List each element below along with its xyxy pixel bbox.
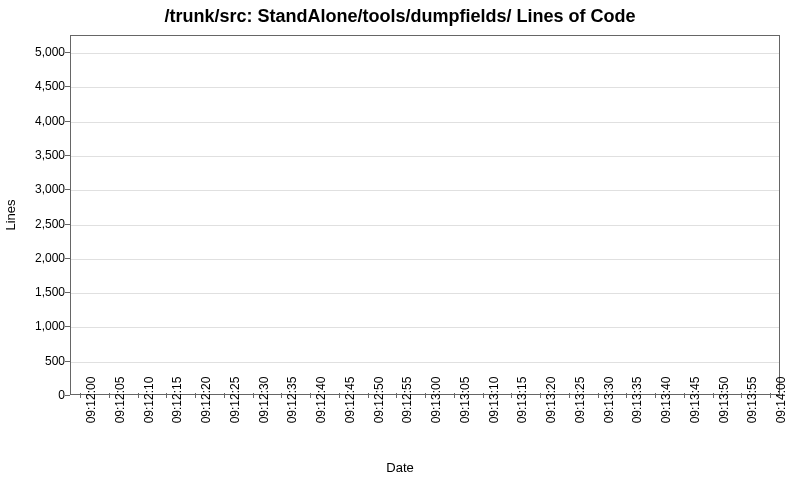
x-tick-mark bbox=[483, 393, 484, 398]
x-tick-label: 09:13:05 bbox=[458, 377, 472, 424]
x-tick-mark bbox=[598, 393, 599, 398]
x-tick-mark bbox=[281, 393, 282, 398]
x-tick-label: 09:12:10 bbox=[142, 377, 156, 424]
y-tick-label: 3,000 bbox=[5, 182, 65, 196]
x-tick-mark bbox=[368, 393, 369, 398]
chart-container: /trunk/src: StandAlone/tools/dumpfields/… bbox=[0, 0, 800, 500]
gridline bbox=[71, 122, 779, 123]
y-tick-label: 4,500 bbox=[5, 79, 65, 93]
y-tick-mark bbox=[65, 52, 70, 53]
x-tick-label: 09:13:35 bbox=[630, 377, 644, 424]
y-tick-label: 1,500 bbox=[5, 285, 65, 299]
x-tick-mark bbox=[626, 393, 627, 398]
y-tick-mark bbox=[65, 155, 70, 156]
x-tick-label: 09:12:05 bbox=[113, 377, 127, 424]
x-tick-label: 09:12:35 bbox=[285, 377, 299, 424]
y-tick-label: 2,500 bbox=[5, 217, 65, 231]
x-tick-label: 09:13:55 bbox=[745, 377, 759, 424]
y-tick-mark bbox=[65, 361, 70, 362]
x-tick-mark bbox=[224, 393, 225, 398]
x-tick-label: 09:12:20 bbox=[199, 377, 213, 424]
x-tick-mark bbox=[253, 393, 254, 398]
y-tick-label: 2,000 bbox=[5, 251, 65, 265]
gridline bbox=[71, 327, 779, 328]
gridline bbox=[71, 87, 779, 88]
x-tick-label: 09:13:00 bbox=[429, 377, 443, 424]
x-tick-mark bbox=[339, 393, 340, 398]
gridline bbox=[71, 259, 779, 260]
x-tick-mark bbox=[138, 393, 139, 398]
x-tick-mark bbox=[166, 393, 167, 398]
x-tick-mark bbox=[569, 393, 570, 398]
x-tick-mark bbox=[770, 393, 771, 398]
x-tick-label: 09:13:10 bbox=[487, 377, 501, 424]
y-tick-mark bbox=[65, 224, 70, 225]
y-tick-label: 5,000 bbox=[5, 45, 65, 59]
x-tick-label: 09:12:50 bbox=[372, 377, 386, 424]
y-tick-label: 500 bbox=[5, 354, 65, 368]
x-tick-label: 09:13:45 bbox=[688, 377, 702, 424]
gridline bbox=[71, 293, 779, 294]
x-tick-label: 09:12:45 bbox=[343, 377, 357, 424]
x-tick-mark bbox=[425, 393, 426, 398]
x-tick-label: 09:13:15 bbox=[515, 377, 529, 424]
x-tick-label: 09:13:40 bbox=[659, 377, 673, 424]
chart-title: /trunk/src: StandAlone/tools/dumpfields/… bbox=[0, 6, 800, 27]
x-tick-mark bbox=[396, 393, 397, 398]
x-tick-label: 09:12:40 bbox=[314, 377, 328, 424]
x-tick-label: 09:14:00 bbox=[774, 377, 788, 424]
x-tick-mark bbox=[655, 393, 656, 398]
gridline bbox=[71, 53, 779, 54]
gridline bbox=[71, 362, 779, 363]
gridline bbox=[71, 225, 779, 226]
x-axis-label: Date bbox=[0, 460, 800, 475]
y-tick-label: 3,500 bbox=[5, 148, 65, 162]
x-tick-mark bbox=[310, 393, 311, 398]
x-tick-label: 09:12:25 bbox=[228, 377, 242, 424]
x-tick-mark bbox=[741, 393, 742, 398]
x-tick-label: 09:13:25 bbox=[573, 377, 587, 424]
y-tick-mark bbox=[65, 395, 70, 396]
x-tick-mark bbox=[109, 393, 110, 398]
x-tick-label: 09:12:00 bbox=[84, 377, 98, 424]
y-tick-mark bbox=[65, 189, 70, 190]
x-tick-mark bbox=[511, 393, 512, 398]
y-tick-mark bbox=[65, 292, 70, 293]
y-tick-label: 1,000 bbox=[5, 319, 65, 333]
gridline bbox=[71, 190, 779, 191]
y-tick-mark bbox=[65, 326, 70, 327]
x-tick-mark bbox=[540, 393, 541, 398]
x-tick-label: 09:13:50 bbox=[717, 377, 731, 424]
y-tick-label: 4,000 bbox=[5, 114, 65, 128]
x-tick-label: 09:12:15 bbox=[170, 377, 184, 424]
gridline bbox=[71, 156, 779, 157]
y-tick-label: 0 bbox=[5, 388, 65, 402]
x-tick-label: 09:13:20 bbox=[544, 377, 558, 424]
y-tick-mark bbox=[65, 86, 70, 87]
y-tick-mark bbox=[65, 121, 70, 122]
x-tick-label: 09:13:30 bbox=[602, 377, 616, 424]
x-tick-mark bbox=[684, 393, 685, 398]
y-tick-mark bbox=[65, 258, 70, 259]
x-tick-mark bbox=[713, 393, 714, 398]
x-tick-label: 09:12:55 bbox=[400, 377, 414, 424]
x-tick-label: 09:12:30 bbox=[257, 377, 271, 424]
x-tick-mark bbox=[195, 393, 196, 398]
plot-area bbox=[70, 35, 780, 395]
x-tick-mark bbox=[454, 393, 455, 398]
x-tick-mark bbox=[80, 393, 81, 398]
